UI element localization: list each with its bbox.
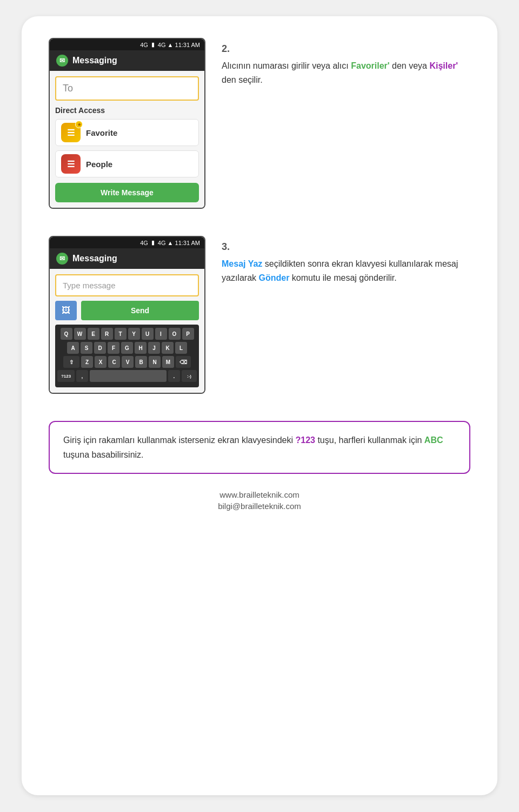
keyboard: Q W E R T Y U I O P A S D: [55, 325, 199, 387]
key-j[interactable]: J: [148, 342, 160, 354]
info-text2: tuşu, harfleri kullanmak için: [317, 435, 424, 445]
write-message-label: Write Message: [101, 188, 154, 197]
people-menu-item[interactable]: ☰ People: [55, 150, 199, 177]
people-icon: ☰: [61, 154, 81, 174]
phone-mockup-1: 4G ▮ 4G ▲ 11:31 AM ✉ Messaging To Direct…: [49, 38, 205, 209]
phone-header-1: ✉ Messaging: [50, 50, 204, 71]
star-badge: ★: [75, 121, 83, 128]
key-enter[interactable]: :‑): [182, 370, 197, 382]
key-backspace[interactable]: ⌫: [176, 356, 191, 368]
key-a[interactable]: A: [67, 342, 79, 354]
desc1-highlight1: Favoriler': [351, 61, 389, 70]
key-q[interactable]: Q: [61, 328, 72, 340]
favorite-label: Favorite: [86, 128, 117, 137]
key-row-2: A S D F G H J K L: [57, 342, 197, 354]
description-panel-2: 3. Mesaj Yaz seçildikten sonra ekran kla…: [222, 236, 470, 285]
key-p[interactable]: P: [182, 328, 194, 340]
key-row-3: ⇧ Z X C V B N M ⌫: [57, 356, 197, 368]
step-number-2: 3.: [222, 241, 470, 253]
phone-body-1: To Direct Access ☰ ★ Favorite ☰ People: [50, 71, 204, 208]
key-y[interactable]: Y: [128, 328, 140, 340]
info-text3: tuşuna basabilirsiniz.: [63, 450, 144, 459]
image-icon: 🖼: [62, 306, 70, 315]
phone-body-2: Type message 🖼 Send Q W E R: [50, 269, 204, 393]
direct-access-label: Direct Access: [55, 106, 199, 115]
statusbar-time-2: 4G ▲ 11:31 AM: [158, 240, 200, 246]
type-message-field[interactable]: Type message: [55, 274, 199, 296]
info-highlight1: ?123: [295, 435, 315, 445]
key-e[interactable]: E: [88, 328, 99, 340]
info-highlight2: ABC: [424, 435, 443, 445]
key-r[interactable]: R: [101, 328, 113, 340]
key-row-1: Q W E R T Y U I O P: [57, 328, 197, 340]
desc1-mid2: den seçilir.: [222, 75, 263, 84]
messaging-icon-1: ✉: [56, 55, 68, 67]
favorite-menu-item[interactable]: ☰ ★ Favorite: [55, 119, 199, 146]
key-t[interactable]: T: [115, 328, 127, 340]
key-space[interactable]: [90, 370, 167, 382]
key-z[interactable]: Z: [81, 356, 93, 368]
statusbar-signal-2: 4G: [140, 240, 148, 246]
phone-header-title-2: Messaging: [72, 254, 117, 263]
desc1-part1: Alıcının numarası girilir veya alıcı: [222, 61, 349, 70]
key-u[interactable]: U: [142, 328, 154, 340]
desc1-mid1: den veya: [392, 61, 429, 70]
key-b[interactable]: B: [135, 356, 147, 368]
send-button[interactable]: Send: [81, 301, 199, 320]
footer: www.brailleteknik.com bilgi@brailletekni…: [49, 490, 470, 511]
desc2-part3: komutu ile mesaj gönderilir.: [292, 273, 397, 282]
write-message-button[interactable]: Write Message: [55, 183, 199, 202]
key-w[interactable]: W: [74, 328, 86, 340]
image-attach-button[interactable]: 🖼: [55, 301, 77, 320]
step-number-1: 2.: [222, 43, 470, 55]
key-g[interactable]: G: [121, 342, 133, 354]
key-123[interactable]: ?123: [57, 370, 75, 382]
favorite-icon: ☰ ★: [61, 123, 81, 142]
info-box: Giriş için rakamları kullanmak isterseni…: [49, 421, 470, 474]
key-o[interactable]: O: [169, 328, 181, 340]
key-comma[interactable]: ,: [76, 370, 88, 382]
statusbar-battery-icon: ▮: [151, 41, 155, 48]
key-period[interactable]: .: [168, 370, 180, 382]
section-2-row: 4G ▮ 4G ▲ 11:31 AM ✉ Messaging Type mess…: [49, 236, 470, 394]
page-container: 4G ▮ 4G ▲ 11:31 AM ✉ Messaging To Direct…: [22, 16, 497, 795]
send-row: 🖼 Send: [55, 301, 199, 320]
statusbar-2: 4G ▮ 4G ▲ 11:31 AM: [50, 237, 204, 248]
key-s[interactable]: S: [81, 342, 92, 354]
key-d[interactable]: D: [94, 342, 106, 354]
key-c[interactable]: C: [108, 356, 120, 368]
key-m[interactable]: M: [162, 356, 174, 368]
key-v[interactable]: V: [122, 356, 134, 368]
key-row-4: ?123 , . :‑): [57, 370, 197, 382]
info-text1: Giriş için rakamları kullanmak isterseni…: [63, 435, 295, 445]
statusbar-battery-icon-2: ▮: [151, 239, 155, 246]
key-l[interactable]: L: [175, 342, 187, 354]
statusbar-1: 4G ▮ 4G ▲ 11:31 AM: [50, 39, 204, 50]
statusbar-signal: 4G: [140, 42, 148, 48]
desc2-highlight: Gönder: [258, 273, 289, 282]
description-panel-1: 2. Alıcının numarası girilir veya alıcı …: [222, 38, 470, 87]
key-i[interactable]: I: [155, 328, 167, 340]
key-x[interactable]: X: [95, 356, 107, 368]
messaging-icon-2: ✉: [56, 253, 68, 265]
section-1-row: 4G ▮ 4G ▲ 11:31 AM ✉ Messaging To Direct…: [49, 38, 470, 209]
desc1-highlight2: Kişiler': [429, 61, 458, 70]
statusbar-time-1: 4G ▲ 11:31 AM: [158, 42, 200, 48]
phone-mockup-2: 4G ▮ 4G ▲ 11:31 AM ✉ Messaging Type mess…: [49, 236, 205, 394]
people-icon-inner: ☰: [67, 159, 75, 169]
step-text-1: Alıcının numarası girilir veya alıcı Fav…: [222, 59, 470, 87]
footer-line1: www.brailleteknik.com: [49, 490, 470, 499]
key-shift[interactable]: ⇧: [63, 356, 79, 368]
to-placeholder: To: [63, 83, 73, 94]
favorite-icon-inner: ☰: [67, 128, 75, 138]
key-k[interactable]: K: [162, 342, 174, 354]
to-input-field[interactable]: To: [55, 76, 199, 101]
phone-header-2: ✉ Messaging: [50, 248, 204, 269]
type-placeholder: Type message: [63, 281, 116, 290]
send-label: Send: [131, 306, 149, 315]
key-n[interactable]: N: [149, 356, 161, 368]
footer-line2: bilgi@brailleteknik.com: [49, 501, 470, 511]
phone-header-title-1: Messaging: [72, 56, 117, 65]
key-f[interactable]: F: [108, 342, 119, 354]
key-h[interactable]: H: [135, 342, 147, 354]
